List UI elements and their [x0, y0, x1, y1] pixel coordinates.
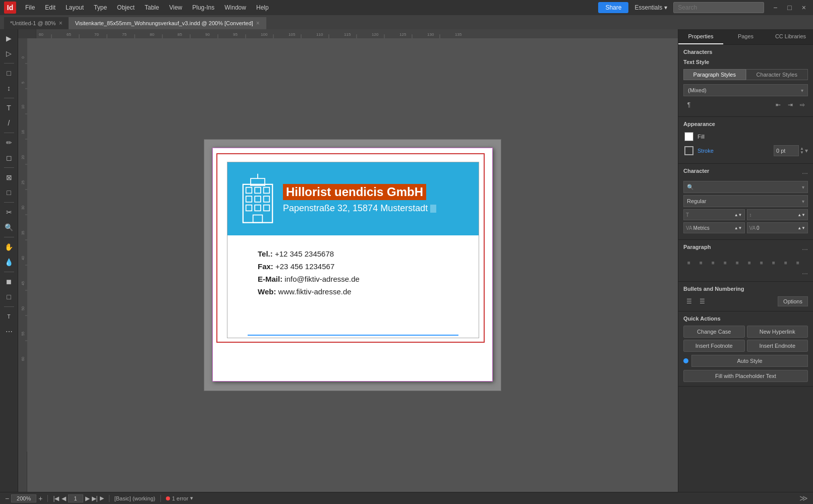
- stroke-label[interactable]: Stroke: [698, 148, 714, 154]
- text-color-fill[interactable]: T: [2, 309, 16, 324]
- align-icon-3[interactable]: ⇨: [797, 99, 808, 110]
- minimize-button[interactable]: −: [770, 3, 780, 13]
- status-more-icon[interactable]: ≫: [799, 493, 808, 503]
- zoom-tool[interactable]: 🔍: [2, 220, 16, 234]
- share-button[interactable]: Share: [598, 2, 628, 13]
- fax-line: Fax: +23 456 1234567: [258, 262, 448, 271]
- tab-pages[interactable]: Pages: [723, 29, 768, 44]
- type-tool[interactable]: T: [2, 101, 16, 115]
- maximize-button[interactable]: □: [784, 3, 794, 13]
- first-page-icon[interactable]: |◀: [53, 495, 59, 502]
- menu-window[interactable]: Window: [220, 2, 250, 13]
- eyedropper-tool[interactable]: 💧: [2, 255, 16, 269]
- fill-swatch[interactable]: [683, 131, 694, 142]
- fill-color[interactable]: ■: [2, 275, 16, 289]
- align-center-icon[interactable]: ≡: [695, 257, 707, 268]
- leading-field[interactable]: ↕ ▲▼: [747, 209, 808, 220]
- align-away-spine-icon[interactable]: ≡: [780, 257, 791, 268]
- align-right-icon[interactable]: ≡: [708, 257, 719, 268]
- play-icon[interactable]: ▶: [100, 495, 104, 501]
- page-tool[interactable]: □: [2, 66, 16, 80]
- font-style-dropdown[interactable]: Regular ▾: [683, 195, 808, 207]
- zoom-out-icon[interactable]: −: [5, 494, 9, 502]
- stroke-color[interactable]: □: [2, 290, 16, 304]
- align-justify-center-icon[interactable]: ≡: [744, 257, 755, 268]
- bullets-options-button[interactable]: Options: [778, 296, 808, 306]
- character-styles-tab[interactable]: Character Styles: [746, 69, 808, 80]
- align-justify-all-icon[interactable]: ≡: [792, 257, 803, 268]
- error-badge[interactable]: 1 error ▾: [166, 495, 193, 501]
- essentials-button[interactable]: Essentials ▾: [630, 2, 671, 13]
- zoom-in-icon[interactable]: +: [38, 494, 42, 502]
- next-page-icon[interactable]: ▶: [85, 495, 90, 502]
- prev-page-icon[interactable]: ◀: [62, 495, 66, 502]
- align-justify-right-icon[interactable]: ≡: [756, 257, 767, 268]
- paragraph-mark-icon[interactable]: ¶: [683, 99, 694, 110]
- menu-type[interactable]: Type: [90, 2, 111, 13]
- stroke-down-icon[interactable]: ▼: [800, 151, 804, 155]
- selection-tool[interactable]: ▶: [2, 31, 16, 45]
- menu-file[interactable]: File: [21, 2, 39, 13]
- kerning-field[interactable]: VA Metrics ▲▼: [683, 222, 745, 233]
- page-field[interactable]: 1: [68, 494, 83, 502]
- scissors-tool[interactable]: ✂: [2, 205, 16, 219]
- tab-cc-libraries[interactable]: CC Libraries: [768, 29, 813, 44]
- rectangle-frame-tool[interactable]: ⊠: [2, 170, 16, 184]
- direct-selection-tool[interactable]: ▷: [2, 46, 16, 60]
- fill-placeholder-button[interactable]: Fill with Placeholder Text: [683, 370, 808, 382]
- eraser-tool[interactable]: ◻: [2, 151, 16, 165]
- zoom-field[interactable]: 200%: [11, 494, 36, 502]
- menu-plugins[interactable]: Plug-Ins: [188, 2, 218, 13]
- paragraph-more-icon[interactable]: ···: [802, 245, 808, 253]
- align-icon-2[interactable]: ⇥: [785, 99, 796, 110]
- character-more-icon[interactable]: ···: [802, 169, 808, 177]
- hand-tool[interactable]: ✋: [2, 240, 16, 254]
- menu-table[interactable]: Table: [141, 2, 163, 13]
- stroke-swatch[interactable]: [683, 145, 694, 156]
- font-size-field[interactable]: T ▲▼: [683, 209, 745, 220]
- menu-help[interactable]: Help: [252, 2, 273, 13]
- font-search-dropdown[interactable]: 🔍 ▾: [683, 181, 808, 193]
- last-page-icon[interactable]: ▶|: [92, 495, 98, 502]
- align-icon-1[interactable]: ⇤: [773, 99, 784, 110]
- align-justify-left-icon[interactable]: ≡: [732, 257, 743, 268]
- align-justify-icon[interactable]: ≡: [720, 257, 731, 268]
- stroke-color-box: [684, 146, 693, 155]
- gap-tool[interactable]: ↕: [2, 81, 16, 95]
- style-dropdown[interactable]: (Mixed) ▾: [683, 84, 808, 96]
- insert-endnote-button[interactable]: Insert Endnote: [747, 340, 808, 352]
- change-case-button[interactable]: Change Case: [683, 326, 745, 338]
- tab-visitenkarte-close[interactable]: ×: [256, 20, 260, 27]
- insert-footnote-button[interactable]: Insert Footnote: [683, 340, 745, 352]
- auto-style-dot: [683, 358, 688, 363]
- business-card[interactable]: Hillorist uendicis GmbH Papenstraße 32, …: [227, 162, 479, 338]
- line-tool[interactable]: /: [2, 116, 16, 130]
- stroke-dropdown-icon[interactable]: ▾: [805, 147, 808, 154]
- bullet-list-icon[interactable]: ☰: [683, 296, 694, 307]
- canvas-scroll[interactable]: Hillorist uendicis GmbH Papenstraße 32, …: [27, 38, 678, 492]
- more-tools[interactable]: ⋯: [2, 325, 16, 339]
- close-button[interactable]: ×: [799, 3, 809, 13]
- tab-properties[interactable]: Properties: [678, 29, 723, 44]
- tab-untitled-close[interactable]: ×: [59, 20, 63, 27]
- menu-view[interactable]: View: [165, 2, 186, 13]
- rectangle-tool[interactable]: □: [2, 185, 16, 200]
- search-input[interactable]: [673, 2, 764, 13]
- align-towards-spine-icon[interactable]: ≡: [768, 257, 779, 268]
- pencil-tool[interactable]: ✏: [2, 136, 16, 150]
- paragraph-align-more-icon[interactable]: ···: [802, 269, 808, 277]
- align-left-icon[interactable]: ≡: [683, 257, 694, 268]
- menu-edit[interactable]: Edit: [41, 2, 60, 13]
- stroke-value-field[interactable]: 0 pt: [774, 145, 799, 156]
- tab-untitled[interactable]: *Untitled-1 @ 80% ×: [4, 17, 69, 29]
- tab-visitenkarte[interactable]: Visitenkarte_85x55mm_Wohnungsverkauf_v3.…: [69, 17, 266, 29]
- new-hyperlink-button[interactable]: New Hyperlink: [747, 326, 808, 338]
- auto-style-button[interactable]: Auto Style: [691, 355, 808, 367]
- menu-layout[interactable]: Layout: [62, 2, 88, 13]
- app-logo: Id: [4, 2, 16, 14]
- document-page[interactable]: Hillorist uendicis GmbH Papenstraße 32, …: [212, 148, 493, 382]
- tracking-field[interactable]: VA 0 ▲▼: [747, 222, 808, 233]
- menu-object[interactable]: Object: [113, 2, 139, 13]
- paragraph-styles-tab[interactable]: Paragraph Styles: [683, 69, 746, 80]
- numbered-list-icon[interactable]: ☰: [696, 296, 708, 307]
